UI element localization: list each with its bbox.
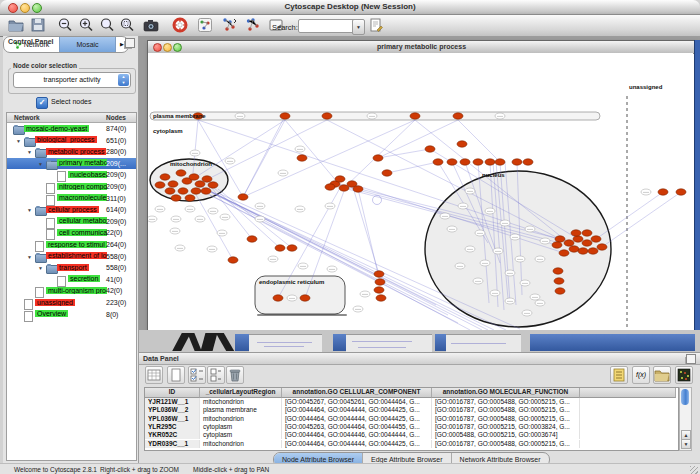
scroll-down-arrow[interactable]: ▼ xyxy=(681,439,691,449)
tree-row[interactable]: ▼biological_process651(0) xyxy=(7,135,136,147)
network-node-selected[interactable] xyxy=(300,295,310,301)
network-node-unselected[interactable] xyxy=(268,256,278,262)
network-node-selected[interactable] xyxy=(457,141,467,147)
zoom-in-icon[interactable] xyxy=(78,17,94,33)
network-node-selected[interactable] xyxy=(155,182,165,188)
tree-row[interactable]: cell communicat22(0) xyxy=(7,227,136,239)
table-scrollbar[interactable]: ▲ ▼ xyxy=(679,387,692,451)
tree-row[interactable]: mosaic-demo-yeast874(0) xyxy=(7,123,136,135)
tree-row[interactable]: macromolecule311(0) xyxy=(7,193,136,205)
network-node-unselected[interactable] xyxy=(155,206,165,212)
network-canvas[interactable]: plasma membranecytoplasmmitochondrionnuc… xyxy=(148,53,693,330)
network-node-selected[interactable] xyxy=(473,159,483,165)
tree-row[interactable]: ▼transport558(0) xyxy=(7,262,136,274)
table-cell[interactable]: [GO:0045263, GO:0044464, GO:0044455, G..… xyxy=(282,423,432,431)
network-node-unselected[interactable] xyxy=(278,170,288,176)
app-title-bar[interactable]: Cytoscape Desktop (New Session) xyxy=(0,0,700,15)
function-builder-icon[interactable]: f(x) xyxy=(632,366,650,384)
network-node-selected[interactable] xyxy=(335,176,345,182)
network-node-selected[interactable] xyxy=(460,159,470,165)
network-node-selected[interactable] xyxy=(573,236,583,242)
network-node-unselected[interactable] xyxy=(171,216,181,222)
network-node-selected[interactable] xyxy=(555,236,565,242)
tree-expand-arrow-icon[interactable]: ▼ xyxy=(38,265,43,271)
network-node-selected[interactable] xyxy=(191,188,201,194)
network-node-selected[interactable] xyxy=(571,230,581,236)
network-node-selected[interactable] xyxy=(353,186,363,192)
network-node-selected[interactable] xyxy=(555,288,565,294)
network-node-unselected[interactable] xyxy=(220,214,230,220)
table-cell[interactable]: [GO:0044464, GO:0044444, GO:0044425, G..… xyxy=(282,440,432,448)
table-column-header[interactable] xyxy=(580,388,676,398)
table-cell[interactable]: [GO:0044464, GO:0044444, GO:0044425, G..… xyxy=(282,406,432,414)
network-node-unselected[interactable] xyxy=(195,216,205,222)
control-panel-float-icon[interactable] xyxy=(125,38,135,48)
table-cell[interactable]: mitochondrion xyxy=(200,415,282,423)
network-node-selected[interactable] xyxy=(247,236,257,242)
network-node-selected[interactable] xyxy=(569,246,579,252)
network-node-selected[interactable] xyxy=(189,174,199,180)
table-column-header[interactable]: ID xyxy=(145,388,200,398)
network-node-selected[interactable] xyxy=(322,113,332,119)
network-node-selected[interactable] xyxy=(168,181,178,187)
network-node-selected[interactable] xyxy=(238,194,248,200)
network-node-unselected[interactable] xyxy=(465,188,475,194)
network-node-unselected[interactable] xyxy=(480,260,490,266)
network-node-unselected[interactable] xyxy=(493,248,503,254)
table-cell[interactable]: YPL036W__2 xyxy=(145,406,200,414)
network-node-selected[interactable] xyxy=(297,155,307,161)
network-node-selected[interactable] xyxy=(410,113,420,119)
matrix-icon[interactable] xyxy=(675,366,693,384)
network-node-unselected[interactable] xyxy=(535,300,545,306)
select-attributes-icon[interactable] xyxy=(188,366,206,384)
tree-row[interactable]: ▼cellular process614(0) xyxy=(7,204,136,216)
network-node-unselected[interactable] xyxy=(473,278,483,284)
tree-expand-arrow-icon[interactable]: ▼ xyxy=(27,254,32,260)
network-node-unselected[interactable] xyxy=(235,113,245,119)
network-node-unselected[interactable] xyxy=(485,208,495,214)
network-node-selected[interactable] xyxy=(176,170,186,176)
network-node-unselected[interactable] xyxy=(225,158,235,164)
unselect-attributes-icon[interactable] xyxy=(207,366,225,384)
network-node-selected[interactable] xyxy=(597,244,607,250)
snapshot-icon[interactable] xyxy=(143,17,159,33)
network-node-unselected[interactable] xyxy=(325,203,335,209)
network-node-selected[interactable] xyxy=(591,236,601,242)
table-cell[interactable]: [GO:0016787, GO:0005488, GO:0005215, G..… xyxy=(432,415,580,423)
network-node-unselected[interactable] xyxy=(458,203,468,209)
network-node-selected[interactable] xyxy=(373,155,383,161)
network-node-unselected[interactable] xyxy=(505,298,515,304)
table-cell[interactable]: YLR295C xyxy=(145,423,200,431)
network-node-unselected[interactable] xyxy=(500,220,510,226)
network-node-selected[interactable] xyxy=(582,240,592,246)
network-node-selected[interactable] xyxy=(578,248,588,254)
table-column-header[interactable]: annotation.GO MOLECULAR_FUNCTION xyxy=(432,388,580,398)
vizmapper-icon[interactable] xyxy=(197,17,213,33)
network-node-unselected[interactable] xyxy=(367,113,377,119)
search-input[interactable] xyxy=(298,19,356,33)
network-node-selected[interactable] xyxy=(433,159,443,165)
table-cell[interactable]: mitochondrion xyxy=(200,440,282,448)
network-node-selected[interactable] xyxy=(160,174,170,180)
tree-row[interactable]: cellular metabo209(0) xyxy=(7,216,136,228)
network-node-unselected[interactable] xyxy=(522,310,532,316)
network-node-selected[interactable] xyxy=(564,240,574,246)
network-node-unselected[interactable] xyxy=(353,306,363,312)
network-node-unselected[interactable] xyxy=(327,266,337,272)
network-node-selected[interactable] xyxy=(676,189,686,195)
network-node-selected[interactable] xyxy=(280,113,290,119)
network-node-unselected[interactable] xyxy=(185,206,195,212)
network-node-unselected[interactable] xyxy=(298,263,308,269)
network-node-selected[interactable] xyxy=(425,146,435,152)
network-node-selected[interactable] xyxy=(453,113,463,119)
import-attributes-icon[interactable] xyxy=(653,366,671,384)
network-node-unselected[interactable] xyxy=(287,295,297,301)
network-node-selected[interactable] xyxy=(208,182,218,188)
tree-row[interactable]: ▼primary metabo209(... xyxy=(7,158,136,170)
network-node-unselected[interactable] xyxy=(170,228,180,234)
layout-settings-icon[interactable] xyxy=(221,17,237,33)
resize-grip[interactable] xyxy=(690,466,698,474)
open-file-icon[interactable] xyxy=(8,17,24,33)
tree-row[interactable]: secretion41(0) xyxy=(7,274,136,286)
network-node-selected[interactable] xyxy=(512,159,522,165)
